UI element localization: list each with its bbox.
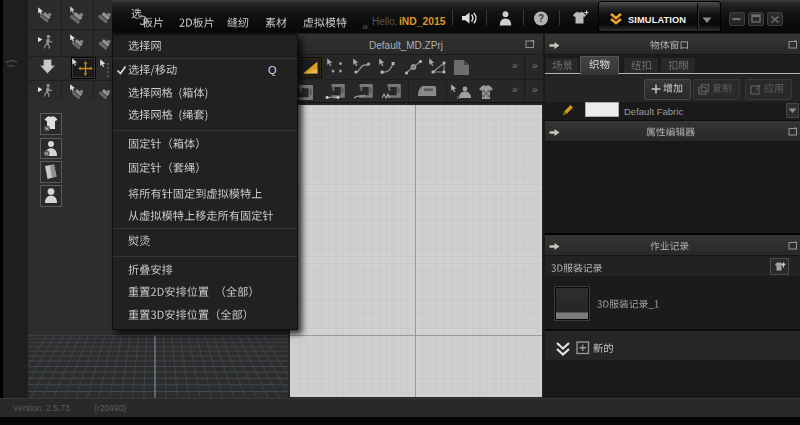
svg-text:?: ? — [538, 13, 544, 24]
